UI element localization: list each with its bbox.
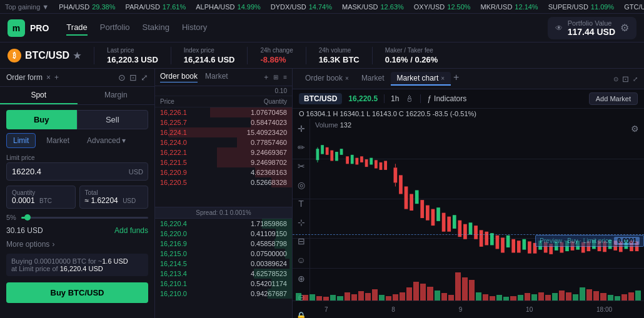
volume-bar [435,291,440,301]
tab-market-ob[interactable]: Market [205,72,228,82]
pencil-icon[interactable]: ✏ [298,142,305,152]
nav-trade[interactable]: Trade [66,20,87,36]
ticker-item-6[interactable]: MKR/USD 12.14% [481,3,538,11]
ob-buy-row-6[interactable]: 16,210.1 0.54201174 [155,279,292,289]
order-type-row: Limit Market Advanced ▾ [0,133,154,152]
ticker-symbol-1: PARA/USD [125,3,159,11]
ob-price-header: Price [160,98,174,105]
ob-buy-row-2[interactable]: 16,216.9 0.45858798 [155,239,292,249]
ob-settings-icon[interactable]: ≡ [283,74,287,81]
text-icon[interactable]: T [298,199,304,209]
order-form-plus-icon[interactable]: + [54,73,59,82]
header-settings-icon[interactable]: ⚙ [620,22,629,34]
ob-sell-row-1[interactable]: 16,225.7 0.58474023 [155,117,292,127]
sell-button[interactable]: Sell [77,110,149,129]
chart-expand-icon[interactable]: ⤢ [633,76,638,82]
svg-rect-28 [442,213,446,232]
ticker-item-5[interactable]: OXY/USD 12.50% [414,3,471,11]
ticker-symbol-0: PHA/USD [59,3,89,11]
ticker-label-item[interactable]: Top gaining ▼ [5,3,49,11]
ob-sell-row-4[interactable]: 16,222.1 9.24669367 [155,147,292,157]
tab-ob-close[interactable]: × [345,75,349,82]
ob-buy-row-1[interactable]: 16,220.0 0.41109150 [155,229,292,239]
scissors-icon[interactable]: ✂ [298,161,305,171]
ob-sell-row-6[interactable]: 16,220.9 4.62368163 [155,167,292,177]
volume-bar [566,292,571,301]
ob-buy-row-5[interactable]: 16,213.4 4.62578523 [155,269,292,279]
slider-track[interactable] [21,217,148,219]
svg-rect-41 [511,239,515,253]
order-form-close-icon[interactable]: × [46,73,51,82]
ob-sell-row-5[interactable]: 16,221.5 9.24698702 [155,157,292,167]
market-order-button[interactable]: Market [39,133,76,148]
order-form-settings-icon[interactable]: ⊙ [118,72,126,82]
advanced-order-button[interactable]: Advanced ▾ [80,133,133,148]
crosshair-icon[interactable]: ✛ [298,124,305,134]
symbol-name[interactable]: ₿ BTC/USD ★ [8,49,81,62]
ticker-item-4[interactable]: MASK/USD 12.63% [342,3,404,11]
ob-buy-row-7[interactable]: 16,210.0 0.94267687 [155,289,292,299]
svg-rect-14 [375,160,378,168]
svg-rect-16 [384,161,387,169]
emoji-icon[interactable]: ☺ [296,255,305,265]
x-axis: 7 8 9 10 18:00 [293,301,644,318]
tab-margin[interactable]: Margin [78,87,155,104]
limit-price-input[interactable] [6,162,148,181]
tab-order-book[interactable]: Order book [160,72,198,82]
order-form-copy-icon[interactable]: ⊡ [129,72,137,82]
tab-ob-label: Order book [305,74,343,82]
buy-confirm-button[interactable]: Buy BTC/USD [6,282,148,303]
ob-buy-row-4[interactable]: 16,214.5 0.00389624 [155,259,292,269]
chart-settings-icon[interactable]: ⚙ [631,124,639,134]
nav-portfolio[interactable]: Portfolio [100,20,130,36]
add-market-button[interactable]: Add Market [589,92,638,105]
buy-button[interactable]: Buy [6,110,77,129]
limit-order-button[interactable]: Limit [6,133,36,148]
svg-rect-4 [326,147,329,155]
ob-sell-row-0[interactable]: 16,226.1 1.07670458 [155,107,292,117]
quantity-suffix: BTC [39,197,52,204]
measure-icon[interactable]: ⊹ [298,217,305,227]
ob-plus-icon[interactable]: + [264,73,268,82]
portfolio-label: Portfolio Value [568,19,615,27]
ob-sell-row-7[interactable]: 16,220.5 0.52668328 [155,177,292,187]
ob-buy-row-0[interactable]: 16,220.4 1.71859868 [155,219,292,229]
ob-sell-row-2[interactable]: 16,224.1 15.40923420 [155,127,292,137]
ob-buy-row-3[interactable]: 16,215.0 0.07500000 [155,249,292,259]
order-form-expand-icon[interactable]: ⤢ [141,72,148,82]
nav-staking[interactable]: Staking [143,20,169,36]
more-options[interactable]: More options › [0,237,154,251]
slider-thumb[interactable] [24,214,31,221]
tab-market-chart-active[interactable]: Market chart × [391,72,451,86]
svg-rect-38 [496,236,500,249]
chart-camera-icon[interactable]: ⊡ [622,74,629,84]
tools-icon[interactable]: ⊟ [298,236,305,246]
ticker-item-2[interactable]: ALPHA/USD 14.99% [196,3,261,11]
eye-icon[interactable]: 👁 [555,24,563,32]
tab-market-chart[interactable]: Market [355,72,391,86]
nav-history[interactable]: History [182,20,207,36]
favorite-star[interactable]: ★ [73,51,81,61]
logo-area: m PRO Trade Portfolio Staking History [8,19,207,37]
magnet-icon[interactable]: ◎ [298,180,305,190]
portfolio-area: 👁 Portfolio Value 117.44 USD ⚙ [548,17,636,39]
tab-spot[interactable]: Spot [0,87,78,104]
volume-bar [531,294,537,301]
tab-order-book-chart[interactable]: Order book × [299,72,355,86]
volume-bar [358,291,364,301]
indicators-button[interactable]: ƒ Indicators [427,94,466,103]
ob-sell-row-3[interactable]: 16,224.0 0.77857460 [155,137,292,147]
chart-candle-icon[interactable]: 🕯 [405,94,414,104]
chart-add-tab-icon[interactable]: + [453,72,459,86]
ticker-item-7[interactable]: SUPER/USD 11.09% [548,3,615,11]
chart-timeframe[interactable]: 1h [391,94,399,103]
chart-sync-icon[interactable]: ⊙ [613,76,618,82]
tab-mc-close[interactable]: × [441,75,445,82]
svg-rect-35 [480,230,483,247]
ticker-item-8[interactable]: GTC/USD 10.91% [624,3,644,11]
last-price-label: Last price [107,47,158,54]
ticker-item-1[interactable]: PARA/USD 17.61% [125,3,186,11]
ticker-item-3[interactable]: DYDX/USD 14.74% [271,3,332,11]
ticker-item-0[interactable]: PHA/USD 29.38% [59,3,115,11]
add-funds-link[interactable]: Add funds [114,226,148,235]
